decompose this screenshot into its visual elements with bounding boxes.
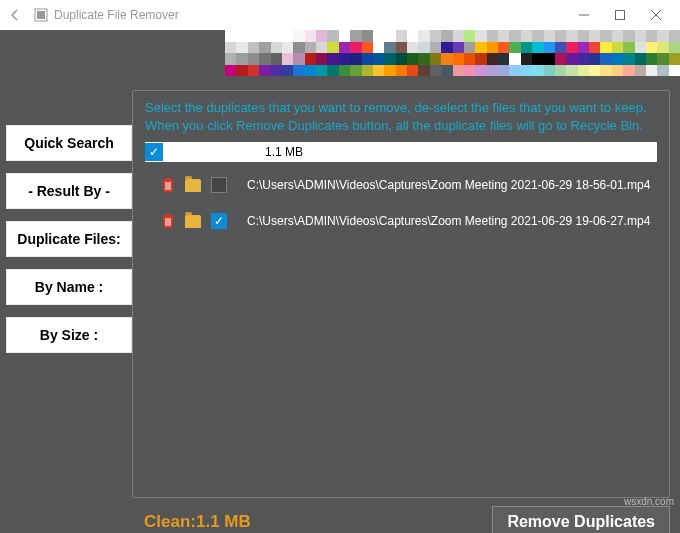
watermark: wsxdn.com [624, 496, 674, 507]
footer: Clean:1.1 MB Remove Duplicates [132, 508, 670, 533]
file-path: C:\Users\ADMIN\Videos\Captures\Zoom Meet… [247, 214, 650, 228]
group-size: 1.1 MB [265, 145, 303, 159]
file-checkbox[interactable] [211, 177, 227, 193]
file-path: C:\Users\ADMIN\Videos\Captures\Zoom Meet… [247, 178, 650, 192]
instructions-text: Select the duplicates that you want to r… [145, 99, 657, 134]
header-mosaic [225, 30, 680, 88]
back-icon[interactable] [6, 6, 24, 24]
folder-icon[interactable] [185, 215, 201, 228]
sidebar-item-result-by[interactable]: - Result By - [6, 173, 132, 209]
svg-rect-1 [37, 11, 45, 19]
trash-icon[interactable] [161, 177, 175, 193]
titlebar: Duplicate File Remover [0, 0, 680, 30]
clean-size-label: Clean:1.1 MB [144, 512, 251, 532]
window-title: Duplicate File Remover [54, 8, 179, 22]
app-icon [32, 6, 50, 24]
app-body: Quick Search - Result By - Duplicate Fil… [0, 30, 680, 533]
file-row: ✓ C:\Users\ADMIN\Videos\Captures\Zoom Me… [145, 208, 657, 234]
remove-duplicates-button[interactable]: Remove Duplicates [492, 506, 670, 533]
sidebar-item-by-name[interactable]: By Name : [6, 269, 132, 305]
file-checkbox[interactable]: ✓ [211, 213, 227, 229]
close-button[interactable] [638, 0, 674, 30]
file-row: C:\Users\ADMIN\Videos\Captures\Zoom Meet… [145, 172, 657, 198]
results-panel: Select the duplicates that you want to r… [132, 90, 670, 498]
sidebar-item-by-size[interactable]: By Size : [6, 317, 132, 353]
maximize-button[interactable] [602, 0, 638, 30]
sidebar-item-duplicate-files[interactable]: Duplicate Files: [6, 221, 132, 257]
group-header[interactable]: ✓ 1.1 MB [145, 142, 657, 162]
folder-icon[interactable] [185, 179, 201, 192]
svg-rect-3 [616, 11, 625, 20]
sidebar-item-quick-search[interactable]: Quick Search [6, 125, 132, 161]
minimize-button[interactable] [566, 0, 602, 30]
group-checkbox[interactable]: ✓ [145, 143, 163, 161]
sidebar: Quick Search - Result By - Duplicate Fil… [6, 125, 132, 365]
trash-icon[interactable] [161, 213, 175, 229]
